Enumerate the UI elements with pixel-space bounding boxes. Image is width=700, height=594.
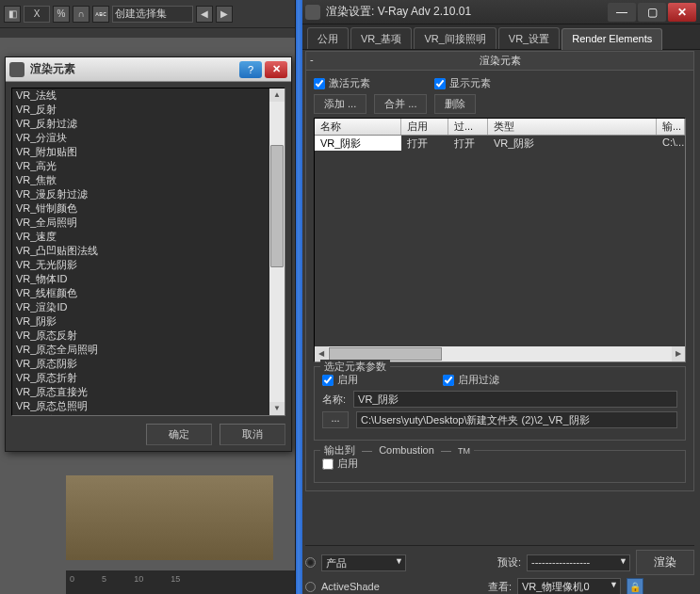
tab-common[interactable]: 公用 bbox=[307, 27, 349, 49]
render-settings-window: 渲染设置: V-Ray Adv 2.10.01 — ▢ ✕ 公用 VR_基项 V… bbox=[295, 0, 700, 594]
help-button[interactable]: ? bbox=[239, 61, 262, 78]
percent-icon[interactable]: % bbox=[53, 6, 70, 23]
list-item[interactable]: VR_原态总照明 bbox=[12, 399, 269, 413]
list-item[interactable]: VR_原态直接光 bbox=[12, 385, 269, 399]
cell-type: VR_阴影 bbox=[488, 136, 657, 151]
list-scrollbar[interactable]: ▲ ▼ bbox=[269, 88, 285, 415]
render-button[interactable]: 渲染 bbox=[636, 550, 694, 575]
list-item[interactable]: VR_反射过滤 bbox=[12, 117, 269, 131]
list-item[interactable]: VR_无光阴影 bbox=[12, 258, 269, 272]
scroll-down-arrow[interactable]: ▼ bbox=[269, 402, 285, 415]
tab-vr-gi[interactable]: VR_间接照明 bbox=[414, 27, 496, 49]
list-item[interactable]: VR_附加贴图 bbox=[12, 145, 269, 159]
list-item[interactable]: VR_法线 bbox=[12, 88, 269, 103]
activate-checkbox[interactable]: 激活元素 bbox=[314, 76, 427, 90]
display-checkbox[interactable]: 显示元素 bbox=[434, 76, 491, 90]
close-button[interactable]: ✕ bbox=[265, 61, 287, 78]
list-item[interactable]: VR_照度 bbox=[12, 413, 269, 415]
enable-checkbox-input[interactable] bbox=[322, 375, 334, 386]
rollout-toggle-icon: - bbox=[310, 54, 314, 65]
list-item[interactable]: VR_反射 bbox=[12, 103, 269, 117]
output-enable-checkbox[interactable]: 启用 bbox=[322, 457, 358, 471]
enable-filter-checkbox-input[interactable] bbox=[443, 375, 454, 386]
list-item[interactable]: VR_焦散 bbox=[12, 173, 269, 187]
maximize-button[interactable]: ▢ bbox=[638, 3, 666, 22]
list-item[interactable]: VR_钳制颜色 bbox=[12, 201, 269, 216]
list-item[interactable]: VR_速度 bbox=[12, 230, 269, 244]
combustion-label: Combustion bbox=[379, 444, 434, 456]
abc-icon[interactable]: ᴀʙᴄ bbox=[92, 6, 109, 23]
timeline[interactable]: 0 5 10 15 bbox=[66, 570, 301, 594]
dialog-titlebar[interactable]: 渲染元素 ? ✕ bbox=[6, 57, 291, 82]
col-output[interactable]: 输... bbox=[657, 119, 685, 135]
merge-button[interactable]: 合并 ... bbox=[374, 94, 427, 114]
hscroll-thumb[interactable] bbox=[329, 347, 442, 361]
list-item[interactable]: VR_高光 bbox=[12, 159, 269, 173]
col-name[interactable]: 名称 bbox=[315, 119, 401, 135]
list-item[interactable]: VR_原态反射 bbox=[12, 329, 269, 343]
output-enable-checkbox-input[interactable] bbox=[322, 458, 334, 470]
view-label: 查看: bbox=[488, 580, 512, 594]
cancel-button[interactable]: 取消 bbox=[220, 424, 285, 445]
preset-dropdown[interactable]: -----------------▼ bbox=[527, 554, 630, 571]
scroll-up-arrow[interactable]: ▲ bbox=[269, 88, 285, 102]
x-field[interactable] bbox=[24, 6, 50, 23]
toolbar-icon-b[interactable]: ▶ bbox=[216, 6, 233, 23]
display-checkbox-input[interactable] bbox=[434, 78, 446, 89]
product-radio[interactable] bbox=[305, 557, 316, 568]
col-filter[interactable]: 过... bbox=[448, 119, 488, 135]
selection-set-dropdown[interactable]: 创建选择集 bbox=[112, 6, 193, 23]
list-item[interactable]: VR_物体ID bbox=[12, 272, 269, 286]
tab-render-elements[interactable]: Render Elements bbox=[562, 28, 662, 50]
tick-15: 15 bbox=[171, 574, 180, 584]
col-enable[interactable]: 启用 bbox=[401, 119, 448, 135]
add-button[interactable]: 添加 ... bbox=[314, 94, 366, 114]
toolbar-icon-a[interactable]: ◀ bbox=[196, 6, 213, 23]
view-dropdown[interactable]: VR_物理像机0▼ bbox=[517, 578, 621, 594]
browse-path-button[interactable]: ... bbox=[322, 411, 349, 428]
col-type[interactable]: 类型 bbox=[488, 119, 657, 135]
activate-label: 激活元素 bbox=[329, 76, 370, 90]
list-item[interactable]: VR_阴影 bbox=[12, 314, 269, 329]
window-drag-edge[interactable] bbox=[296, 0, 302, 594]
tick-0: 0 bbox=[70, 574, 74, 584]
render-elements-dialog: 渲染元素 ? ✕ VR_法线VR_反射VR_反射过滤VR_分渲块VR_附加贴图V… bbox=[5, 56, 292, 452]
list-item[interactable]: VR_渲染ID bbox=[12, 300, 269, 314]
magnet-icon[interactable]: ∩ bbox=[73, 6, 90, 23]
window-close-button[interactable]: ✕ bbox=[668, 3, 696, 22]
rollout-title: 渲染元素 bbox=[480, 55, 521, 66]
tm-label: TM bbox=[458, 446, 470, 456]
list-item[interactable]: VR_原态阴影 bbox=[12, 357, 269, 371]
tab-vr-settings[interactable]: VR_设置 bbox=[498, 27, 560, 49]
activeshade-radio[interactable] bbox=[305, 582, 316, 592]
path-field[interactable] bbox=[356, 411, 677, 428]
list-item[interactable]: VR_凸凹贴图法线 bbox=[12, 244, 269, 258]
scroll-thumb[interactable] bbox=[270, 145, 284, 267]
product-dropdown[interactable]: 产品▼ bbox=[321, 554, 406, 571]
minimize-button[interactable]: — bbox=[608, 3, 636, 22]
name-field[interactable] bbox=[353, 391, 677, 408]
list-item[interactable]: VR_分渲块 bbox=[12, 131, 269, 145]
table-row[interactable]: VR_阴影 打开 打开 VR_阴影 C:\... bbox=[315, 136, 685, 151]
tab-bar: 公用 VR_基项 VR_间接照明 VR_设置 Render Elements bbox=[296, 24, 700, 50]
hscroll-right-arrow[interactable]: ▶ bbox=[672, 346, 685, 361]
rollout-header[interactable]: - 渲染元素 bbox=[305, 51, 694, 71]
tab-vr-base[interactable]: VR_基项 bbox=[350, 27, 412, 49]
list-item[interactable]: VR_全局照明 bbox=[12, 216, 269, 230]
enable-filter-checkbox[interactable]: 启用过滤 bbox=[443, 373, 499, 387]
list-item[interactable]: VR_漫反射过滤 bbox=[12, 187, 269, 201]
name-field-label: 名称: bbox=[322, 393, 346, 407]
list-item[interactable]: VR_线框颜色 bbox=[12, 286, 269, 300]
list-item[interactable]: VR_原态全局照明 bbox=[12, 343, 269, 357]
activate-checkbox-input[interactable] bbox=[314, 78, 325, 89]
output-enable-label: 启用 bbox=[337, 457, 358, 471]
ok-button[interactable]: 确定 bbox=[146, 424, 212, 445]
lock-view-button[interactable]: 🔒 bbox=[627, 578, 643, 594]
tool-icon[interactable]: ◧ bbox=[4, 6, 21, 23]
window-titlebar[interactable]: 渲染设置: V-Ray Adv 2.10.01 — ▢ ✕ bbox=[296, 0, 700, 24]
list-item[interactable]: VR_原态折射 bbox=[12, 371, 269, 385]
delete-button[interactable]: 删除 bbox=[434, 94, 476, 114]
output-group: 输出到 — Combustion — TM 启用 bbox=[314, 450, 686, 483]
element-listbox[interactable]: VR_法线VR_反射VR_反射过滤VR_分渲块VR_附加贴图VR_高光VR_焦散… bbox=[11, 88, 285, 416]
enable-checkbox[interactable]: 启用 bbox=[322, 373, 435, 387]
